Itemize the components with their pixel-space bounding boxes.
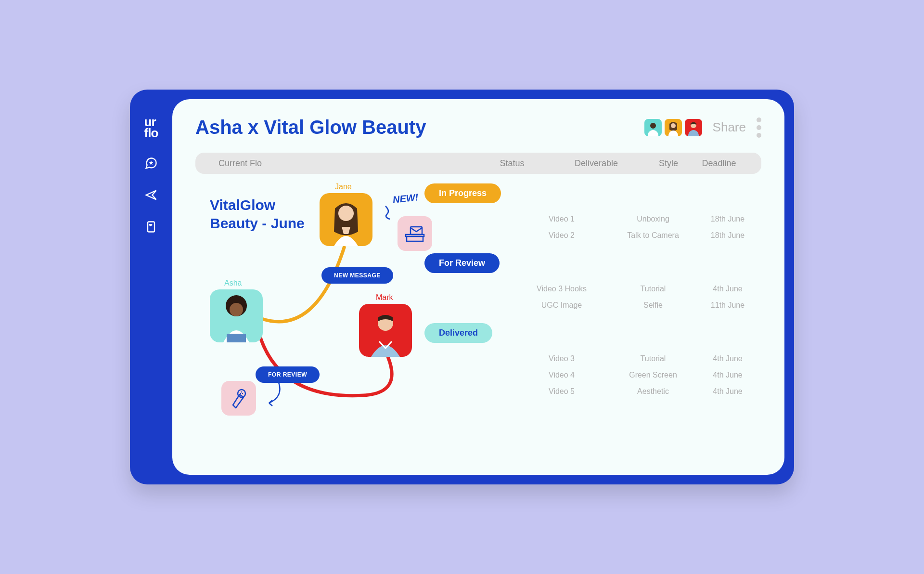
- col-current-flo: Current Flo: [218, 158, 469, 169]
- cell-deliverable: Video 5: [511, 387, 612, 396]
- column-header-bar: Current Flo Status Deliverable Style Dea…: [195, 153, 761, 174]
- cell-style: Green Screen: [612, 371, 694, 379]
- person-card-mark[interactable]: [359, 304, 412, 357]
- cell-deadline: 4th June: [694, 387, 761, 396]
- person-card-jane[interactable]: [320, 193, 372, 246]
- cell-deadline: 18th June: [694, 231, 761, 240]
- cell-deadline: 11th June: [694, 301, 761, 310]
- mail-badge-icon[interactable]: [398, 216, 432, 251]
- status-pill-for-review[interactable]: For Review: [424, 253, 500, 273]
- status-block-in-progress: In Progress Video 1 Unboxing 18th June V…: [424, 183, 761, 244]
- table-row: Video 5 Aesthetic 4th June: [424, 383, 761, 400]
- sidebar: urflo: [130, 90, 172, 484]
- flo-title: VitalGlow Beauty - June: [210, 196, 316, 232]
- content: VitalGlow Beauty - June Jane: [195, 183, 761, 434]
- cell-style: Talk to Camera: [612, 231, 694, 240]
- mail-phone-icon[interactable]: [143, 219, 159, 235]
- main-card: Asha x Vital Glow Beauty Share: [172, 99, 784, 475]
- avatar-stack: [644, 119, 702, 136]
- cell-deadline: 18th June: [694, 215, 761, 223]
- arrow-down-icon: [262, 380, 286, 409]
- cell-deliverable: Video 3: [511, 354, 612, 363]
- pill-new-message[interactable]: New Message: [321, 267, 393, 284]
- status-block-delivered: Delivered Video 3 Tutorial 4th June Vide…: [424, 323, 761, 400]
- table-row: Video 3 Tutorial 4th June: [424, 351, 761, 367]
- col-deliverable: Deliverable: [555, 158, 637, 169]
- cell-style: Tutorial: [612, 354, 694, 363]
- status-pill-in-progress[interactable]: In Progress: [424, 183, 501, 203]
- status-pill-delivered[interactable]: Delivered: [424, 323, 492, 343]
- flo-canvas: VitalGlow Beauty - June Jane: [195, 183, 424, 434]
- col-deadline: Deadline: [700, 158, 738, 169]
- phone-badge-icon[interactable]: [221, 381, 256, 416]
- header: Asha x Vital Glow Beauty Share: [195, 117, 761, 138]
- cell-style: Aesthetic: [612, 387, 694, 396]
- cell-deliverable: Video 1: [511, 215, 612, 223]
- svg-rect-14: [227, 334, 246, 342]
- person-card-asha[interactable]: [210, 289, 263, 342]
- svg-point-13: [230, 303, 243, 316]
- send-icon[interactable]: [143, 187, 159, 203]
- cell-deadline: 4th June: [694, 371, 761, 379]
- svg-point-18: [242, 393, 243, 394]
- svg-rect-11: [411, 227, 422, 235]
- label-jane: Jane: [335, 183, 352, 191]
- svg-point-8: [688, 130, 699, 136]
- status-block-for-review: For Review Video 3 Hooks Tutorial 4th Ju…: [424, 253, 761, 313]
- cell-style: Tutorial: [612, 285, 694, 293]
- svg-point-6: [668, 130, 678, 136]
- table-row: UGC Image Selfie 11th June: [424, 297, 761, 313]
- col-status: Status: [469, 158, 555, 169]
- svg-point-2: [650, 123, 656, 129]
- cell-deadline: 4th June: [694, 285, 761, 293]
- logo: urflo: [144, 117, 158, 139]
- page-title: Asha x Vital Glow Beauty: [195, 117, 426, 138]
- avatar-mini-2[interactable]: [665, 119, 682, 136]
- svg-point-3: [648, 130, 658, 136]
- cell-deadline: 4th June: [694, 354, 761, 363]
- svg-marker-0: [149, 160, 153, 165]
- cell-deliverable: Video 4: [511, 371, 612, 379]
- cell-style: Selfie: [612, 301, 694, 310]
- cell-deliverable: UGC Image: [511, 301, 612, 310]
- label-mark: Mark: [376, 293, 393, 302]
- cell-deliverable: Video 2: [511, 231, 612, 240]
- cell-style: Unboxing: [612, 215, 694, 223]
- table-row: Video 2 Talk to Camera 18th June: [424, 227, 761, 244]
- table-row: Video 4 Green Screen 4th June: [424, 367, 761, 383]
- table-row: Video 3 Hooks Tutorial 4th June: [424, 281, 761, 297]
- avatar-mini-3[interactable]: [685, 119, 702, 136]
- svg-point-19: [241, 391, 242, 392]
- table-row: Video 1 Unboxing 18th June: [424, 211, 761, 227]
- header-right: Share: [644, 117, 761, 138]
- label-asha: Asha: [224, 279, 242, 287]
- svg-point-9: [338, 206, 354, 221]
- svg-rect-1: [148, 222, 154, 232]
- more-menu-icon[interactable]: [757, 117, 761, 138]
- app-frame: urflo Asha x Vital Glow Beauty: [130, 90, 794, 484]
- col-style: Style: [637, 158, 700, 169]
- status-column: In Progress Video 1 Unboxing 18th June V…: [424, 183, 761, 434]
- svg-point-5: [671, 123, 676, 128]
- share-button[interactable]: Share: [713, 120, 746, 135]
- svg-point-17: [240, 393, 241, 394]
- chat-star-icon[interactable]: [143, 156, 159, 171]
- cell-deliverable: Video 3 Hooks: [511, 285, 612, 293]
- avatar-mini-1[interactable]: [644, 119, 662, 136]
